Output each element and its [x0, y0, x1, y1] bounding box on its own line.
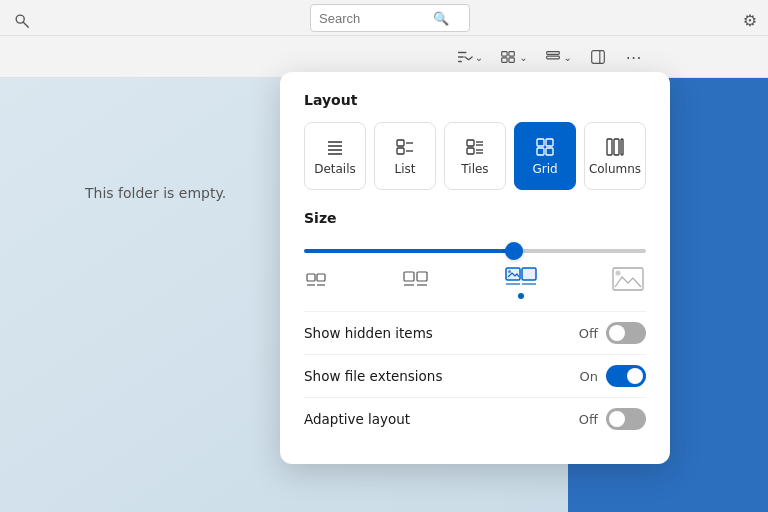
view-chevron: ⌄ [564, 52, 572, 63]
svg-rect-15 [397, 148, 404, 154]
svg-point-40 [508, 270, 511, 273]
search-input[interactable] [319, 11, 429, 26]
key-icon[interactable] [8, 6, 36, 34]
search-bar[interactable]: 🔍 [310, 4, 470, 32]
show-hidden-toggle[interactable] [606, 322, 646, 344]
svg-rect-2 [502, 52, 507, 57]
adaptive-layout-control: Off [574, 408, 646, 430]
size-slider[interactable] [304, 249, 646, 253]
svg-line-1 [23, 22, 28, 27]
layout-details-button[interactable]: Details [304, 122, 366, 190]
svg-rect-36 [417, 272, 427, 281]
svg-rect-30 [621, 139, 623, 155]
svg-rect-32 [317, 274, 325, 281]
layout-options: Details List Tiles [304, 122, 646, 190]
layout-grid-button[interactable]: Grid [514, 122, 576, 190]
svg-rect-3 [509, 52, 514, 57]
svg-rect-24 [537, 139, 544, 146]
size-small-icon [306, 272, 328, 290]
show-extensions-label: Show file extensions [304, 368, 442, 384]
svg-rect-18 [467, 140, 474, 146]
svg-rect-26 [537, 148, 544, 155]
svg-rect-14 [397, 140, 404, 146]
layout-tiles-button[interactable]: Tiles [444, 122, 506, 190]
adaptive-layout-label: Adaptive layout [304, 411, 410, 427]
svg-point-45 [615, 271, 620, 276]
size-current-icon [505, 267, 537, 295]
group-button[interactable]: ⌄ [495, 43, 531, 71]
show-hidden-label: Show hidden items [304, 325, 433, 341]
size-section: Size [304, 210, 646, 295]
svg-rect-25 [546, 139, 553, 146]
layout-columns-button[interactable]: Columns [584, 122, 646, 190]
show-extensions-row: Show file extensions On [304, 354, 646, 397]
show-hidden-status: Off [574, 326, 598, 341]
show-hidden-row: Show hidden items Off [304, 311, 646, 354]
group-chevron: ⌄ [519, 52, 527, 63]
sort-chevron: ⌄ [475, 52, 483, 63]
svg-rect-21 [467, 148, 474, 154]
columns-label: Columns [589, 162, 641, 176]
toolbar-right-icons: ⚙ [736, 6, 764, 34]
svg-rect-27 [546, 148, 553, 155]
svg-rect-6 [546, 52, 559, 55]
top-toolbar: 🔍 ⚙ [0, 0, 768, 36]
layout-popup: Layout Details List [280, 72, 670, 464]
svg-rect-28 [607, 139, 612, 155]
settings-icon[interactable]: ⚙ [736, 6, 764, 34]
svg-rect-35 [404, 272, 414, 281]
svg-rect-31 [307, 274, 315, 281]
size-large-icon [612, 267, 644, 295]
details-pane-button[interactable] [584, 43, 612, 71]
svg-rect-8 [592, 51, 605, 64]
show-extensions-status: On [574, 369, 598, 384]
tiles-label: Tiles [461, 162, 488, 176]
show-hidden-control: Off [574, 322, 646, 344]
nav-left [8, 6, 36, 34]
size-section-title: Size [304, 210, 646, 226]
size-medium-icon [403, 270, 429, 292]
show-extensions-toggle[interactable] [606, 365, 646, 387]
layout-list-button[interactable]: List [374, 122, 436, 190]
search-icon: 🔍 [433, 11, 449, 26]
more-options-button[interactable]: ⋯ [620, 43, 648, 71]
svg-rect-7 [546, 56, 559, 59]
adaptive-layout-toggle[interactable] [606, 408, 646, 430]
sort-button[interactable]: ⌄ [451, 43, 487, 71]
adaptive-layout-row: Adaptive layout Off [304, 397, 646, 440]
grid-label: Grid [532, 162, 557, 176]
svg-rect-5 [509, 58, 514, 63]
svg-rect-41 [522, 268, 536, 280]
show-extensions-control: On [574, 365, 646, 387]
toggle-rows: Show hidden items Off Show file extensio… [304, 311, 646, 440]
details-label: Details [314, 162, 356, 176]
size-icons-row [304, 267, 646, 295]
svg-rect-29 [614, 139, 619, 155]
layout-section-title: Layout [304, 92, 646, 108]
svg-rect-4 [502, 58, 507, 63]
list-label: List [395, 162, 416, 176]
view-button[interactable]: ⌄ [540, 43, 576, 71]
empty-folder-label: This folder is empty. [85, 185, 226, 201]
size-slider-container [304, 238, 646, 257]
adaptive-layout-status: Off [574, 412, 598, 427]
